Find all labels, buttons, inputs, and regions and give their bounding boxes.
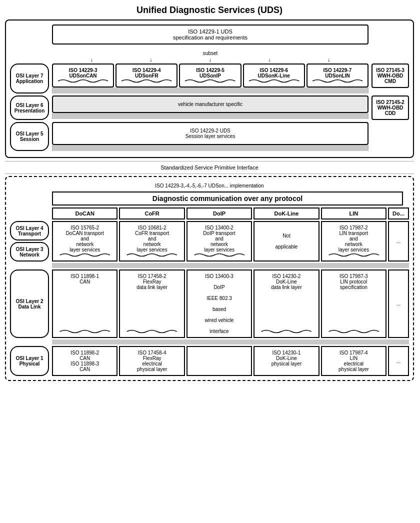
diag-title: Diagnostic communication over any protoc… xyxy=(52,192,403,206)
wavy-svg-3 xyxy=(181,78,239,84)
layer5-content: ISO 14229-2 UDS Session layer services xyxy=(52,122,368,145)
wavy-docan-tn xyxy=(54,252,116,258)
arrow-4: ↓ xyxy=(268,56,271,62)
subset-label: subset xyxy=(203,50,218,56)
gray-band-lower-1 xyxy=(52,263,409,268)
proto-uds-kline: ISO 14229-6 UDSonK-Line xyxy=(243,64,305,88)
layer6-row: OSI Layer 6Presentation vehicle manufact… xyxy=(10,96,409,120)
cell-lin-transport: ISO 17987-2 LIN transport and network la… xyxy=(321,221,386,262)
wwh-cmd-box: ISO 27145-3 WWH-OBD CMD xyxy=(372,64,409,88)
cell-docan-physical: ISO 11898-2 CAN ISO 11898-3 CAN xyxy=(52,346,118,376)
cell-do-physical: ... xyxy=(388,346,409,376)
proto-uds-lin: ISO 14229-7 UDSonLIN xyxy=(306,64,368,88)
gray-band-l6 xyxy=(52,113,368,119)
wavy-svg-2 xyxy=(118,78,176,84)
layer7-label: OSI Layer 7Application xyxy=(10,64,49,94)
gray-band-l7 xyxy=(52,88,368,94)
main-diagram: Unified Diagnostic Services (UDS) ISO 14… xyxy=(5,5,414,381)
arrow-5: ↓ xyxy=(328,56,330,62)
col-header-do: Do... xyxy=(388,208,409,220)
wavy-doip-tn xyxy=(188,252,250,258)
upper-section: ISO 14229-1 UDS specification and requir… xyxy=(5,20,414,158)
wavy-cofr-tn xyxy=(121,252,182,258)
cell-cofr-transport: ISO 10681-2 CoFR transport and network l… xyxy=(119,221,184,262)
layer5-row: OSI Layer 5Session ISO 14229-2 UDS Sessi… xyxy=(10,122,409,151)
arrow-2: ↓ xyxy=(150,56,152,62)
arrow-1: ↓ xyxy=(90,56,94,62)
proto-uds-can: ISO 14229-3 UDSonCAN xyxy=(52,64,114,88)
layer2-label: OSI Layer 2Data Link xyxy=(10,270,49,338)
cell-do-transport: ... xyxy=(388,221,409,262)
cell-doip-physical xyxy=(186,346,252,376)
wavy-cofr-dl xyxy=(121,329,182,334)
wavy-svg-5 xyxy=(308,78,366,84)
uds-top-bar: ISO 14229-1 UDS specification and requir… xyxy=(52,24,368,44)
interface-bar: Standardized Service Primitive Interface xyxy=(5,161,414,174)
layer7-row: OSI Layer 7Application ISO 14229-3 UDSon… xyxy=(10,64,409,94)
wavy-svg-4 xyxy=(245,78,303,84)
impl-bar: ISO 14229-3,-4,-5,-6,-7 UDSon... impleme… xyxy=(10,181,409,190)
cell-cofr-physical: ISO 17458-4 FlexRay electrical physical … xyxy=(119,346,184,376)
wavy-dokline-dl xyxy=(256,329,317,334)
col-header-cofr: CoFR xyxy=(119,208,184,220)
layer4-label: OSI Layer 4Transport xyxy=(10,221,49,240)
wavy-lin-tn xyxy=(323,252,384,258)
col-header-docan: DoCAN xyxy=(52,208,118,220)
gray-band-l5 xyxy=(52,145,368,151)
cell-doip-datalink: ISO 13400-3 DoIP IEEE 802.3 based wired … xyxy=(186,270,252,338)
layer1-label: OSI Layer 1Physical xyxy=(10,346,49,376)
wavy-lin-dl xyxy=(323,329,384,334)
cell-lin-datalink: ISO 17987-3 LIN protocol specification xyxy=(321,270,386,338)
cell-dokline-physical: ISO 14230-1 DoK-Line physical layer xyxy=(254,346,319,376)
cell-lin-physical: ISO 17987-4 LIN electrical physical laye… xyxy=(321,346,386,376)
cell-dokline-datalink: ISO 14230-2 DoK-Line data link layer xyxy=(254,270,319,338)
arrow-3: ↓ xyxy=(209,56,212,62)
proto-uds-ip: ISO 14229-5 UDSonIP xyxy=(179,64,241,88)
layer5-label: OSI Layer 5Session xyxy=(10,122,49,151)
cell-docan-transport: ISO 15765-2 DoCAN transport and network … xyxy=(52,221,118,262)
gray-band-lower-2 xyxy=(52,340,409,344)
cell-cofr-datalink: ISO 17458-2 FlexRay data link layer xyxy=(119,270,184,338)
proto-uds-fr: ISO 14229-4 UDSonFR xyxy=(116,64,178,88)
cell-doip-transport: ISO 13400-2 DoIP transport and network l… xyxy=(186,221,252,262)
cell-docan-datalink: ISO 11898-1 CAN xyxy=(52,270,118,338)
layer6-content: vehicle manufacturer specific xyxy=(52,96,368,113)
wavy-docan-dl xyxy=(54,329,116,334)
col-header-doip: DoIP xyxy=(186,208,252,220)
wavy-svg-1 xyxy=(54,78,112,84)
col-header-lin: LIN xyxy=(321,208,386,220)
lower-section: ISO 14229-3,-4,-5,-6,-7 UDSon... impleme… xyxy=(5,176,414,381)
layer6-label: OSI Layer 6Presentation xyxy=(10,96,49,120)
col-header-dokline: DoK-Line xyxy=(254,208,319,220)
cell-do-datalink: ... xyxy=(388,270,409,338)
layer3-label: OSI Layer 3Network xyxy=(10,242,49,262)
cell-dokline-transport: Not applicable xyxy=(254,221,319,262)
wwh-cdd-box: ISO 27145-2 WWH-OBD CDD xyxy=(372,96,409,120)
main-title: Unified Diagnostic Services (UDS) xyxy=(5,5,414,16)
